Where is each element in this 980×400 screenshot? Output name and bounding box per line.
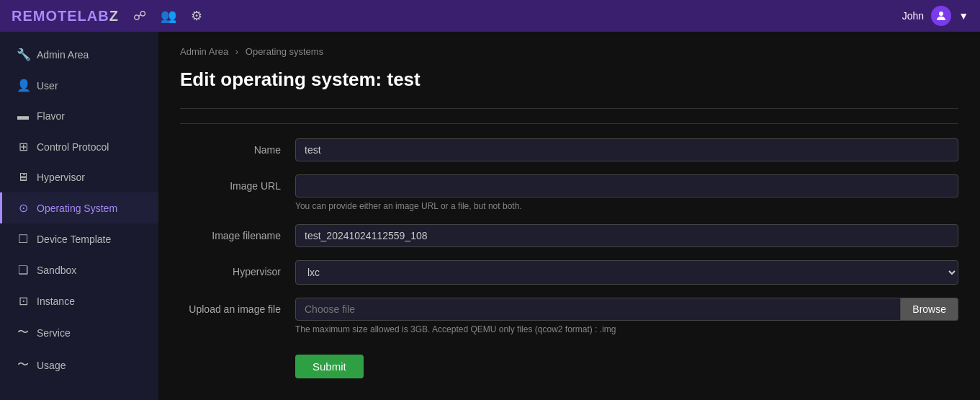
sidebar-item-user[interactable]: 👤 User [0,70,158,101]
breadcrumb: Admin Area › Operating systems [180,46,958,57]
upload-row: Upload an image file Choose file Browse … [180,298,958,334]
wrench-icon: 🔧 [17,48,30,61]
divider [180,108,958,109]
logo-accent: LABZ [78,8,119,24]
sidebar-label-user: User [37,80,58,92]
sidebar-label-admin-area: Admin Area [37,49,89,61]
sidebar-label-flavor: Flavor [37,110,65,122]
image-filename-control-wrap [295,224,958,247]
sidebar-item-operating-system[interactable]: ⊙ Operating System [0,192,158,223]
content-area: Admin Area › Operating systems Edit oper… [158,32,980,400]
image-filename-label: Image filename [180,224,295,241]
sidebar-item-flavor[interactable]: ▬ Flavor [0,101,158,131]
users-icon[interactable]: 👥 [161,8,176,24]
image-url-control-wrap: You can provide either an image URL or a… [295,174,958,211]
topnav-left: REMOTELABZ ☍ 👥 ⚙ [12,8,202,25]
hypervisor-row: Hypervisor lxc kvm docker [180,260,958,285]
sidebar-item-device-template[interactable]: ☐ Device Template [0,223,158,254]
sidebar-label-service: Service [37,327,71,339]
sidebar-label-usage: Usage [37,360,66,371]
submit-row: Submit [180,347,958,378]
topnav-right: John ▼ [902,6,968,26]
image-url-hint: You can provide either an image URL or a… [295,201,958,211]
topnav: REMOTELABZ ☍ 👥 ⚙ John ▼ [0,0,980,32]
image-filename-input[interactable] [295,224,958,247]
file-upload-row: Choose file Browse [295,298,958,321]
upload-label: Upload an image file [180,298,295,315]
sidebar-label-hypervisor: Hypervisor [37,172,85,183]
image-url-label: Image URL [180,174,295,192]
main-layout: 🔧 Admin Area 👤 User ▬ Flavor ⊞ Control P… [0,32,980,400]
sidebar: 🔧 Admin Area 👤 User ▬ Flavor ⊞ Control P… [0,32,158,400]
nav-icons: ☍ 👥 ⚙ [133,8,202,24]
upload-hint: The maximum size allowed is 3GB. Accepte… [295,324,958,334]
sidebar-label-control-protocol: Control Protocol [37,141,109,153]
flavor-icon: ▬ [17,110,30,123]
sidebar-item-sandbox[interactable]: ❏ Sandbox [0,254,158,285]
sidebar-item-usage[interactable]: 〜 Usage [0,349,158,381]
username-label: John [902,10,924,22]
upload-control-wrap: Choose file Browse The maximum size allo… [295,298,958,334]
page-title: Edit operating system: test [180,68,958,91]
sidebar-label-sandbox: Sandbox [37,265,76,276]
hypervisor-control-wrap: lxc kvm docker [295,260,958,285]
sidebar-label-operating-system: Operating System [37,203,117,214]
submit-control-wrap: Submit [295,347,958,378]
sidebar-item-control-protocol[interactable]: ⊞ Control Protocol [0,131,158,162]
hypervisor-select[interactable]: lxc kvm docker [295,260,958,285]
submit-button[interactable]: Submit [295,355,364,378]
name-input[interactable] [295,138,958,161]
monitor-icon[interactable]: ☍ [133,8,146,24]
sidebar-item-admin-area[interactable]: 🔧 Admin Area [0,39,158,70]
name-control-wrap [295,138,958,161]
service-icon: 〜 [17,325,30,340]
breadcrumb-admin-area[interactable]: Admin Area [180,46,228,57]
hypervisor-label: Hypervisor [180,260,295,277]
edit-os-form: Name Image URL You can provide either an… [180,123,958,378]
submit-label-spacer [180,347,295,353]
name-label: Name [180,138,295,156]
user-icon: 👤 [17,79,30,92]
file-text: Choose file [295,298,901,321]
hypervisor-icon: 🖥 [17,171,30,184]
settings-icon[interactable]: ⚙ [191,8,202,24]
sidebar-item-hypervisor[interactable]: 🖥 Hypervisor [0,162,158,192]
device-template-icon: ☐ [17,232,30,246]
sidebar-item-instance[interactable]: ⊡ Instance [0,285,158,316]
image-url-input[interactable] [295,174,958,197]
svg-point-0 [939,12,943,16]
avatar[interactable] [931,6,951,26]
image-url-row: Image URL You can provide either an imag… [180,174,958,211]
logo-text: REMOTE [12,8,78,24]
logo: REMOTELABZ [12,8,119,25]
sandbox-icon: ❏ [17,263,30,277]
image-filename-row: Image filename [180,224,958,247]
operating-system-icon: ⊙ [17,201,30,215]
sidebar-label-instance: Instance [37,295,75,307]
breadcrumb-separator: › [235,46,238,57]
name-row: Name [180,138,958,161]
chevron-down-icon: ▼ [958,10,968,22]
usage-icon: 〜 [17,357,30,373]
control-protocol-icon: ⊞ [17,140,30,154]
instance-icon: ⊡ [17,294,30,308]
breadcrumb-operating-systems[interactable]: Operating systems [246,46,323,57]
browse-button[interactable]: Browse [901,298,958,321]
sidebar-item-service[interactable]: 〜 Service [0,316,158,349]
sidebar-label-device-template: Device Template [37,234,111,245]
